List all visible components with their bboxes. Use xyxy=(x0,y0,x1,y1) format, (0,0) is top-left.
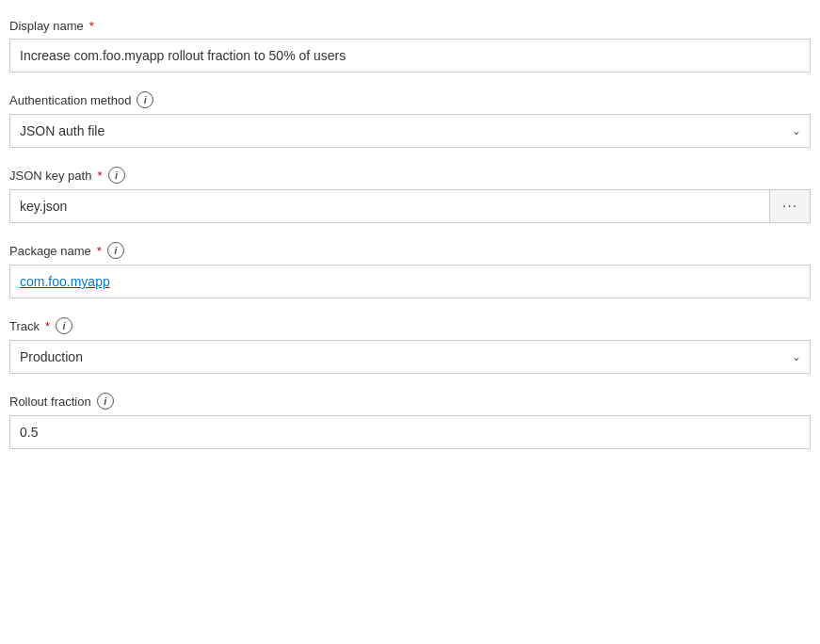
display-name-label: Display name * xyxy=(9,19,811,33)
rollout-fraction-label: Rollout fraction i xyxy=(9,393,811,410)
display-name-label-text: Display name xyxy=(9,19,84,33)
json-key-path-group: JSON key path * i ··· xyxy=(9,167,811,223)
track-label: Track * i xyxy=(9,317,811,334)
authentication-method-label-text: Authentication method xyxy=(9,93,131,107)
track-select-wrapper: Production Beta Alpha Internal ⌄ xyxy=(9,340,811,374)
package-name-group: Package name * i com.foo.myapp xyxy=(9,242,811,298)
rollout-fraction-info-icon[interactable]: i xyxy=(97,393,114,410)
json-key-path-browse-button[interactable]: ··· xyxy=(769,189,811,223)
display-name-group: Display name * xyxy=(9,19,811,72)
track-group: Track * i Production Beta Alpha Internal… xyxy=(9,317,811,374)
package-name-label: Package name * i xyxy=(9,242,811,259)
rollout-fraction-group: Rollout fraction i xyxy=(9,393,811,449)
package-name-input-container: com.foo.myapp xyxy=(9,265,811,298)
authentication-method-group: Authentication method i JSON auth file S… xyxy=(9,91,811,148)
authentication-method-info-icon[interactable]: i xyxy=(137,91,153,108)
json-key-path-input[interactable] xyxy=(9,189,769,223)
rollout-fraction-input[interactable] xyxy=(9,415,811,449)
package-name-value: com.foo.myapp xyxy=(20,274,110,289)
package-name-label-text: Package name xyxy=(9,244,91,258)
track-select[interactable]: Production Beta Alpha Internal xyxy=(9,340,811,374)
track-info-icon[interactable]: i xyxy=(56,317,72,334)
display-name-input[interactable] xyxy=(9,39,811,72)
json-key-path-label-text: JSON key path xyxy=(9,169,91,183)
json-key-path-required: * xyxy=(97,169,102,183)
package-name-required: * xyxy=(97,244,102,258)
json-key-path-info-icon[interactable]: i xyxy=(108,167,125,184)
json-key-path-label: JSON key path * i xyxy=(9,167,811,184)
json-key-path-input-group: ··· xyxy=(9,189,811,223)
track-required: * xyxy=(45,319,50,333)
package-name-info-icon[interactable]: i xyxy=(107,242,124,259)
authentication-method-select-wrapper: JSON auth file Service account key OAuth… xyxy=(9,114,811,148)
authentication-method-select[interactable]: JSON auth file Service account key OAuth xyxy=(9,114,811,148)
rollout-fraction-label-text: Rollout fraction xyxy=(9,394,91,409)
display-name-required: * xyxy=(89,19,94,33)
track-label-text: Track xyxy=(9,319,40,333)
authentication-method-label: Authentication method i xyxy=(9,91,811,108)
